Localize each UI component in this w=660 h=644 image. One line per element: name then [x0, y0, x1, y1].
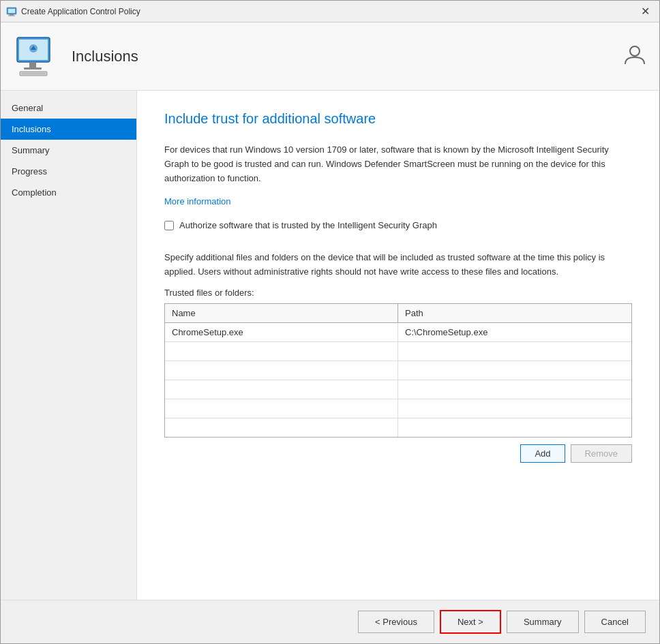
sidebar-item-inclusions[interactable]: Inclusions [1, 119, 136, 140]
table-header: Name Path [165, 304, 631, 323]
sidebar-item-general[interactable]: General [1, 97, 136, 119]
header-user-icon [624, 44, 646, 70]
sidebar-item-summary[interactable]: Summary [1, 140, 136, 161]
main-content-panel: Include trust for additional software Fo… [137, 91, 659, 600]
svg-rect-3 [8, 15, 15, 16]
row-6-path [398, 418, 631, 437]
column-name-header: Name [165, 304, 398, 322]
trusted-files-table: Name Path ChromeSetup.exe C:\ChromeSetup… [164, 303, 632, 438]
table-row[interactable] [165, 380, 631, 399]
sidebar-item-progress[interactable]: Progress [1, 161, 136, 182]
title-bar: Create Application Control Policy ✕ [1, 1, 659, 22]
checkbox-row: Authorize software that is trusted by th… [164, 220, 632, 230]
header-title: Inclusions [72, 48, 138, 65]
summary-button[interactable]: Summary [507, 611, 579, 633]
table-row[interactable] [165, 342, 631, 361]
row-5-path [398, 399, 631, 418]
svg-rect-1 [8, 9, 15, 13]
row-4-path [398, 380, 631, 399]
sidebar: General Inclusions Summary Progress Comp… [1, 91, 137, 600]
content-area: General Inclusions Summary Progress Comp… [1, 91, 659, 600]
svg-point-11 [630, 46, 640, 56]
row-1-path: C:\ChromeSetup.exe [398, 323, 631, 341]
footer: < Previous Next > Summary Cancel [1, 600, 659, 643]
close-button[interactable]: ✕ [637, 3, 654, 19]
remove-button[interactable]: Remove [571, 444, 632, 463]
header-computer-icon [14, 35, 58, 78]
description-text: For devices that run Windows 10 version … [164, 143, 632, 185]
table-buttons: Add Remove [164, 444, 632, 463]
sidebar-item-completion[interactable]: Completion [1, 182, 136, 203]
svg-rect-2 [10, 14, 14, 16]
table-row[interactable] [165, 418, 631, 437]
more-info-link[interactable]: More information [164, 196, 231, 206]
row-4-name [165, 380, 398, 399]
previous-button[interactable]: < Previous [358, 611, 434, 633]
svg-rect-6 [29, 62, 36, 67]
row-3-name [165, 361, 398, 380]
header-band: Inclusions [1, 22, 659, 91]
table-row[interactable]: ChromeSetup.exe C:\ChromeSetup.exe [165, 323, 631, 342]
next-button[interactable]: Next > [440, 610, 501, 634]
checkbox-label[interactable]: Authorize software that is trusted by th… [179, 220, 437, 230]
row-5-name [165, 399, 398, 418]
column-path-header: Path [398, 304, 631, 322]
table-row[interactable] [165, 399, 631, 418]
window-title: Create Application Control Policy [21, 7, 140, 16]
svg-rect-9 [22, 73, 45, 74]
isg-checkbox[interactable] [164, 221, 174, 230]
window-icon [6, 6, 17, 17]
title-bar-left: Create Application Control Policy [6, 6, 140, 17]
table-row[interactable] [165, 361, 631, 380]
row-6-name [165, 418, 398, 437]
main-window: Create Application Control Policy ✕ Incl… [0, 0, 660, 644]
svg-rect-7 [24, 67, 42, 70]
trusted-files-label: Trusted files or folders: [164, 288, 632, 298]
add-button[interactable]: Add [520, 444, 565, 463]
row-3-path [398, 361, 631, 380]
additional-desc: Specify additional files and folders on … [164, 251, 632, 279]
row-2-name [165, 342, 398, 361]
row-2-path [398, 342, 631, 361]
row-1-name: ChromeSetup.exe [165, 323, 398, 341]
cancel-button[interactable]: Cancel [584, 611, 646, 633]
section-title: Include trust for additional software [164, 111, 632, 127]
